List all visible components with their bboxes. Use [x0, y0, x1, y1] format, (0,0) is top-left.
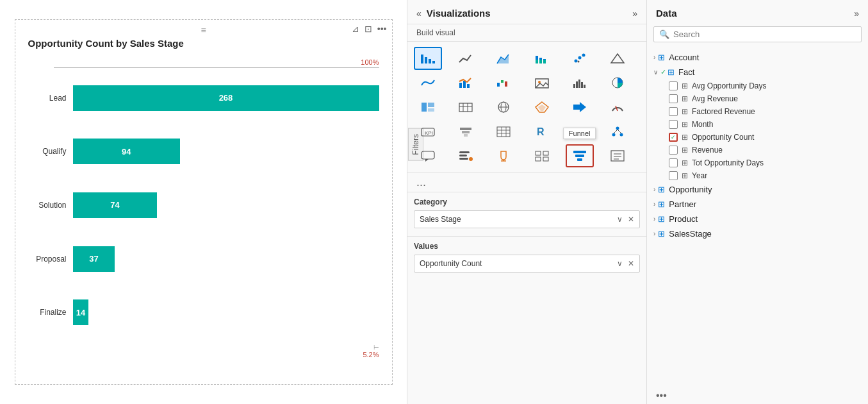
- tree-item-name: Avg Revenue: [692, 94, 738, 103]
- globe-icon-btn[interactable]: [489, 96, 518, 119]
- r-script-icon-btn[interactable]: R: [528, 120, 556, 143]
- svg-rect-74: [575, 155, 584, 157]
- tree-item[interactable]: ⊞Avg Opportunity Days: [660, 80, 868, 92]
- tree-group-header[interactable]: ∨✓⊞Fact: [647, 65, 868, 80]
- expand-icon[interactable]: ⊡: [364, 24, 372, 34]
- svg-marker-15: [611, 54, 624, 63]
- svg-rect-17: [463, 81, 466, 88]
- tree-group-name: Account: [669, 53, 699, 62]
- viz-values-section: Values Opportunity Count ∨ ✕: [407, 236, 646, 280]
- tree-item[interactable]: ⊞Avg Revenue: [660, 92, 868, 105]
- funnel-bar[interactable]: 74: [73, 192, 158, 218]
- svg-rect-69: [536, 151, 541, 155]
- bottom-percent-label: 5.2%: [363, 351, 379, 358]
- tree-chevron-icon: ›: [653, 215, 655, 223]
- data-expand-icon[interactable]: »: [854, 8, 859, 19]
- decomp-tree-icon-btn[interactable]: [603, 120, 632, 143]
- category-field-box: Sales Stage ∨ ✕: [414, 210, 640, 228]
- treemap-icon-btn[interactable]: [414, 96, 442, 119]
- wave-chart-icon-btn[interactable]: [414, 71, 442, 94]
- tree-item-checkbox[interactable]: ✓: [669, 133, 678, 142]
- area-chart-icon-btn[interactable]: [489, 47, 518, 70]
- funnel-bar-wrap: 94: [73, 139, 379, 164]
- tree-group-header[interactable]: ›⊞Opportunity: [647, 182, 868, 197]
- funnel-bars: Lead268Qualify94Solution74Proposal37Fina…: [28, 71, 379, 339]
- table-icon-btn[interactable]: [452, 96, 480, 119]
- filter-icon[interactable]: ⊿: [352, 24, 359, 34]
- svg-marker-42: [573, 102, 586, 112]
- histogram-icon-btn[interactable]: [566, 71, 594, 94]
- tree-item[interactable]: ✓⊞Opportunity Count: [660, 131, 868, 144]
- line-chart-icon-btn[interactable]: [452, 47, 480, 70]
- more-icon[interactable]: •••: [377, 24, 387, 34]
- category-clear-icon[interactable]: ✕: [628, 215, 634, 224]
- tree-group-header[interactable]: ›⊞Account: [647, 50, 868, 65]
- pie-icon-btn[interactable]: [603, 71, 632, 94]
- pyramid-icon-btn[interactable]: [452, 120, 480, 143]
- paginated-icon-btn[interactable]: [603, 144, 632, 167]
- stacked-bar-icon-btn[interactable]: [528, 47, 556, 70]
- tree-item-checkbox[interactable]: [669, 171, 678, 180]
- expand-right-icon[interactable]: »: [632, 8, 637, 19]
- tree-item[interactable]: ⊞Factored Revenue: [660, 105, 868, 118]
- tree-item-calc-icon: ⊞: [682, 146, 688, 155]
- svg-rect-5: [536, 56, 538, 60]
- tree-group-header[interactable]: ›⊞Partner: [647, 197, 868, 212]
- svg-rect-20: [501, 80, 504, 83]
- data-panel-title: Data: [656, 8, 677, 19]
- gauge-icon-btn[interactable]: [603, 96, 632, 119]
- svg-rect-9: [543, 59, 546, 60]
- viz-panel-header: « Visualizations »: [407, 0, 646, 24]
- trophy-icon-btn[interactable]: [489, 144, 518, 167]
- tree-item-name: Month: [692, 120, 713, 129]
- tree-item-name: Factored Revenue: [692, 107, 755, 116]
- tree-item-checkbox[interactable]: [669, 107, 678, 116]
- tree-item[interactable]: ⊞Month: [660, 118, 868, 131]
- group-checkmark-icon: ✓: [660, 68, 666, 76]
- image-icon-btn[interactable]: [528, 71, 556, 94]
- tree-item-checkbox[interactable]: [669, 158, 678, 167]
- funnel-bar[interactable]: 268: [73, 85, 379, 111]
- scatter-icon-btn[interactable]: [566, 47, 594, 70]
- tree-item[interactable]: ⊞Revenue: [660, 144, 868, 156]
- data-tree: ›⊞Account∨✓⊞Fact⊞Avg Opportunity Days⊞Av…: [647, 47, 868, 387]
- chat-icon-btn[interactable]: [414, 144, 442, 167]
- values-chevron-icon[interactable]: ∨: [617, 259, 623, 268]
- search-input[interactable]: [673, 29, 856, 39]
- svg-point-12: [578, 56, 581, 60]
- tree-item-checkbox[interactable]: [669, 94, 678, 103]
- values-clear-icon[interactable]: ✕: [628, 259, 634, 268]
- smart-narrative-icon-btn[interactable]: [452, 144, 480, 167]
- arrow-icon-btn[interactable]: [566, 96, 594, 119]
- data-panel-header: Data »: [647, 0, 868, 24]
- matrix-icon-btn[interactable]: [489, 120, 518, 143]
- category-label: Category: [414, 198, 640, 206]
- data-panel-more[interactable]: •••: [647, 387, 868, 404]
- card-icon-btn[interactable]: KPI: [414, 120, 442, 143]
- top-line: [54, 67, 379, 68]
- bar-chart-icon-btn[interactable]: [414, 47, 442, 70]
- tree-group-header[interactable]: ›⊞Product: [647, 212, 868, 226]
- azure-map-icon-btn[interactable]: [528, 96, 556, 119]
- collapse-left-icon[interactable]: «: [416, 8, 422, 19]
- tree-item[interactable]: ⊞Year: [660, 169, 868, 182]
- tree-item-checkbox[interactable]: [669, 81, 678, 90]
- category-chevron-icon[interactable]: ∨: [617, 215, 623, 224]
- funnel-bar[interactable]: 37: [73, 246, 115, 272]
- viz-more-dots[interactable]: ...: [407, 173, 646, 192]
- funnel-bar[interactable]: 14: [73, 299, 89, 325]
- tree-item-checkbox[interactable]: [669, 146, 678, 155]
- funnel-bar[interactable]: 94: [73, 139, 181, 164]
- chart-title: Opportunity Count by Sales Stage: [28, 38, 184, 49]
- waterfall-icon-btn[interactable]: [489, 71, 518, 94]
- svg-rect-6: [536, 60, 538, 63]
- mountain-icon-btn[interactable]: [603, 47, 632, 70]
- tree-item-checkbox[interactable]: [669, 120, 678, 129]
- tree-item-calc-icon: ⊞: [682, 107, 688, 116]
- small-multiples-icon-btn[interactable]: [528, 144, 556, 167]
- tree-group-header[interactable]: ›⊞SalesStage: [647, 226, 868, 241]
- tree-item[interactable]: ⊞Tot Opportunity Days: [660, 156, 868, 169]
- combo-icon-btn[interactable]: [452, 71, 480, 94]
- funnel-chart-icon-btn[interactable]: Funnel: [566, 144, 594, 167]
- svg-line-59: [614, 130, 618, 133]
